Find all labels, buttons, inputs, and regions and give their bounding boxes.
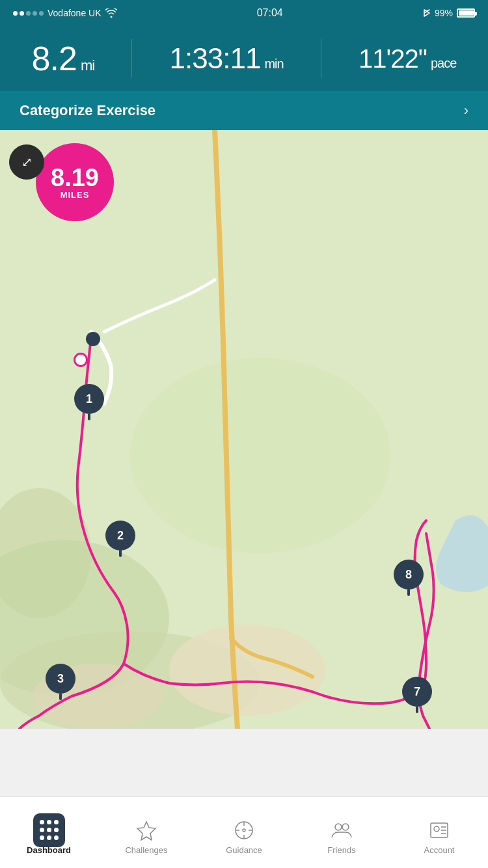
svg-point-14 — [335, 824, 342, 830]
svg-marker-7 — [137, 822, 156, 840]
mile-marker-2: 2 — [105, 521, 135, 557]
mile-marker-8: 8 — [394, 560, 424, 596]
challenges-icon — [135, 819, 158, 842]
chevron-right-icon: › — [464, 102, 468, 119]
pace-unit: pace — [431, 57, 456, 70]
tab-friends[interactable]: Friends — [293, 811, 390, 855]
svg-point-9 — [243, 829, 245, 832]
stats-bar: 8.2 mi 1:33:11 min 11'22" pace — [0, 26, 488, 91]
categorize-title: Categorize Exercise — [20, 102, 156, 119]
stat-pace: 11'22" pace — [359, 46, 456, 72]
bluetooth-icon — [423, 7, 431, 19]
carrier-label: Vodafone UK — [47, 8, 102, 18]
tab-challenges-label: Challenges — [125, 845, 167, 855]
friends-icon — [330, 819, 353, 842]
stat-duration: 1:33:11 min — [170, 44, 284, 73]
dashboard-icon — [37, 819, 61, 842]
stat-divider-2 — [321, 39, 321, 78]
tab-bar: Dashboard Challenges Guidance — [0, 796, 488, 868]
tab-dashboard-label: Dashboard — [27, 845, 71, 855]
tab-guidance-label: Guidance — [226, 845, 262, 855]
distance-bubble: 8.19 MILES — [36, 143, 114, 221]
status-time: 07:04 — [257, 7, 283, 19]
mile-marker-7-circle: 7 — [402, 677, 432, 707]
status-right: 99% — [423, 7, 475, 19]
tab-guidance[interactable]: Guidance — [195, 811, 293, 855]
expand-icon: ⤢ — [21, 154, 33, 170]
account-icon — [427, 819, 451, 842]
mile-marker-8-circle: 8 — [394, 560, 424, 590]
svg-point-4 — [130, 358, 390, 553]
status-bar: Vodafone UK 07:04 99% — [0, 0, 488, 26]
tab-friends-label: Friends — [327, 845, 355, 855]
mile-marker-3-circle: 3 — [46, 664, 75, 694]
distance-bubble-unit: MILES — [61, 190, 90, 200]
end-dot — [74, 353, 88, 367]
wifi-icon — [105, 8, 117, 18]
battery-icon — [457, 8, 475, 18]
expand-button[interactable]: ⤢ — [9, 144, 44, 180]
status-left: Vodafone UK — [13, 8, 117, 18]
tab-account[interactable]: Account — [390, 811, 488, 855]
tab-account-label: Account — [424, 845, 455, 855]
mile-marker-2-circle: 2 — [105, 521, 135, 550]
tab-dashboard[interactable]: Dashboard — [0, 811, 98, 855]
distance-value: 8.2 — [32, 42, 77, 75]
map-area: ⤢ 8.19 MILES 1 2 3 7 8 A624 A624 A624 A6… — [0, 130, 488, 729]
mile-marker-7: 7 — [402, 677, 432, 713]
start-dot — [86, 332, 100, 346]
distance-bubble-value: 8.19 — [51, 165, 99, 190]
svg-point-17 — [434, 826, 439, 832]
battery-pct-label: 99% — [435, 8, 453, 18]
distance-unit: mi — [81, 59, 94, 73]
categorize-bar[interactable]: Categorize Exercise › — [0, 91, 488, 130]
mile-marker-3: 3 — [46, 664, 75, 700]
svg-point-15 — [342, 824, 349, 830]
guidance-icon — [232, 819, 256, 842]
mile-marker-1-circle: 1 — [74, 384, 104, 414]
signal-dots — [13, 11, 44, 16]
stat-divider-1 — [131, 39, 132, 78]
stat-distance: 8.2 mi — [32, 42, 95, 75]
mile-marker-1: 1 — [74, 384, 104, 420]
duration-unit: min — [264, 57, 283, 70]
pace-value: 11'22" — [359, 46, 427, 72]
duration-value: 1:33:11 — [170, 44, 261, 73]
tab-challenges[interactable]: Challenges — [98, 811, 195, 855]
